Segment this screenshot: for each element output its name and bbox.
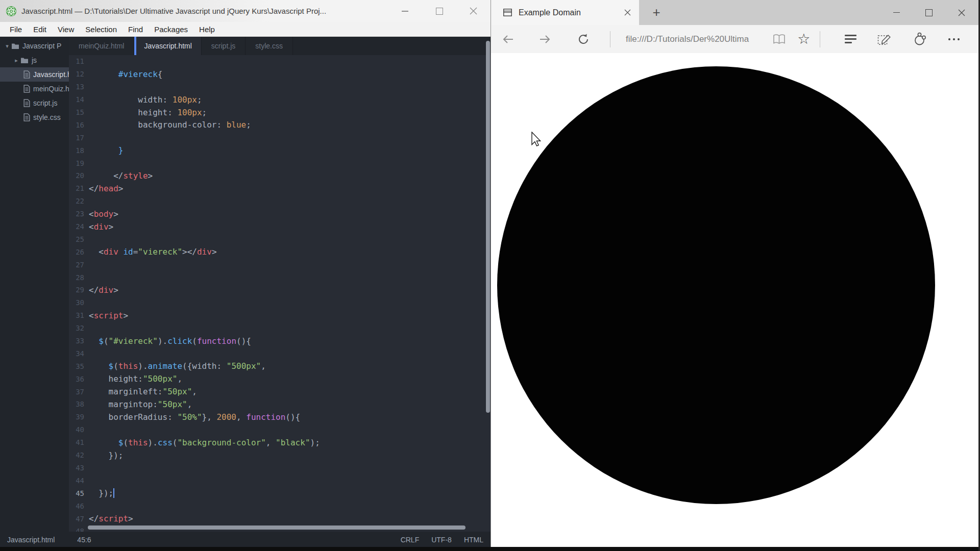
menu-edit[interactable]: Edit — [28, 25, 52, 34]
reading-view-button[interactable] — [772, 34, 786, 45]
code-line-14[interactable]: 14 width: 100px; — [69, 93, 491, 106]
code-line-24[interactable]: 24<div> — [69, 220, 491, 233]
status-utf-8[interactable]: UTF-8 — [431, 536, 452, 544]
code-line-47[interactable]: 47</script> — [69, 512, 491, 525]
minimize-button[interactable] — [388, 0, 422, 22]
tree-item-javascript.html[interactable]: Javascript.html — [0, 67, 69, 82]
more-options-button[interactable] — [948, 38, 960, 40]
code-line-13[interactable]: 13 — [69, 81, 491, 93]
tab-style.css[interactable]: style.css — [246, 37, 293, 55]
code-line-26[interactable]: 26 <div id="viereck"></div> — [69, 245, 491, 258]
tab-javascript.html[interactable]: Javascript.html — [134, 37, 201, 55]
code-line-22[interactable]: 22 — [69, 195, 491, 208]
status-html[interactable]: HTML — [464, 536, 483, 544]
code-line-18[interactable]: 18 } — [69, 144, 491, 157]
tree-item-js[interactable]: ▸js — [0, 53, 69, 67]
new-tab-button[interactable]: + — [646, 0, 667, 25]
code-line-42[interactable]: 42 }); — [69, 449, 491, 462]
horizontal-scrollbar[interactable] — [88, 525, 465, 530]
code-line-37[interactable]: 37 marginleft:"50px", — [69, 385, 491, 398]
code-line-12[interactable]: 12 #viereck{ — [69, 68, 491, 81]
refresh-button[interactable] — [577, 33, 590, 45]
address-bar[interactable]: file:///D:/Tutorials/Der%20Ultima — [626, 34, 749, 44]
code-line-25[interactable]: 25 — [69, 233, 491, 245]
code-line-29[interactable]: 29</div> — [69, 284, 491, 296]
code-line-34[interactable]: 34 — [69, 347, 491, 360]
share-button[interactable] — [913, 32, 926, 46]
code-line-23[interactable]: 23<body> — [69, 208, 491, 220]
close-button[interactable] — [945, 0, 978, 25]
code-text: width: 100px; — [89, 95, 202, 105]
code-line-21[interactable]: 21</head> — [69, 182, 491, 195]
close-button[interactable] — [456, 0, 491, 22]
tree-view: ▾Javascript P▸jsJavascript.htmlmeinQuiz.… — [0, 37, 69, 532]
tab-close-button[interactable] — [624, 9, 631, 16]
line-number: 25 — [69, 235, 84, 243]
menu-find[interactable]: Find — [122, 25, 149, 34]
code-area[interactable]: 1112 #viereck{1314 width: 100px;15 heigh… — [69, 55, 491, 532]
code-line-15[interactable]: 15 height: 100px; — [69, 106, 491, 119]
menu-help[interactable]: Help — [193, 25, 220, 34]
status-crlf[interactable]: CRLF — [401, 536, 420, 544]
code-line-16[interactable]: 16 background-color: blue; — [69, 118, 491, 131]
code-line-43[interactable]: 43 — [69, 462, 491, 474]
code-line-46[interactable]: 46 — [69, 499, 491, 512]
line-number: 22 — [69, 197, 84, 205]
line-number: 24 — [69, 222, 84, 231]
code-line-32[interactable]: 32 — [69, 322, 491, 335]
code-line-27[interactable]: 27 — [69, 258, 491, 271]
code-text: #viereck{ — [89, 69, 163, 79]
menu-file[interactable]: File — [4, 25, 28, 34]
tree-root-project-folder[interactable]: ▾Javascript P — [0, 39, 69, 53]
back-button[interactable] — [502, 34, 513, 44]
hub-button[interactable] — [845, 35, 856, 43]
code-line-39[interactable]: 39 borderRadius: "50%"}, 2000, function(… — [69, 411, 491, 423]
browser-tab-example-domain[interactable]: Example Domain — [491, 0, 639, 25]
tab-meinquiz.html[interactable]: meinQuiz.html — [69, 37, 134, 55]
code-line-17[interactable]: 17 — [69, 131, 491, 144]
menu-packages[interactable]: Packages — [149, 25, 193, 34]
tree-item-style.css[interactable]: style.css — [0, 110, 69, 124]
viereck-circle[interactable] — [497, 66, 935, 504]
code-line-28[interactable]: 28 — [69, 271, 491, 284]
file-icon — [23, 70, 30, 79]
code-line-20[interactable]: 20 </style> — [69, 169, 491, 182]
line-number: 23 — [69, 210, 84, 218]
maximize-button[interactable] — [913, 0, 945, 25]
line-number: 16 — [69, 121, 84, 129]
browser-tab-bar: Example Domain + — [491, 0, 980, 25]
code-line-11[interactable]: 11 — [69, 55, 491, 68]
web-note-button[interactable] — [877, 32, 891, 46]
code-line-35[interactable]: 35 $(this).animate({width: "500px", — [69, 360, 491, 372]
menu-selection[interactable]: Selection — [80, 25, 122, 34]
tab-script.js[interactable]: script.js — [202, 37, 246, 55]
code-line-38[interactable]: 38 margintop:"50px", — [69, 398, 491, 411]
code-line-45[interactable]: 45 }); — [69, 487, 491, 499]
code-line-31[interactable]: 31<script> — [69, 309, 491, 322]
code-line-41[interactable]: 41 $(this).css("background-color", "blac… — [69, 436, 491, 449]
favorites-star-button[interactable]: ☆ — [797, 32, 810, 46]
code-line-36[interactable]: 36 height:"500px", — [69, 372, 491, 385]
line-number: 11 — [69, 57, 84, 65]
code-line-30[interactable]: 30 — [69, 296, 491, 309]
tree-item-script.js[interactable]: script.js — [0, 96, 69, 110]
status-filename[interactable]: Javascript.html — [7, 536, 55, 544]
tree-item-meinquiz.html[interactable]: meinQuiz.html — [0, 82, 69, 96]
atom-titlebar[interactable]: Javascript.html — D:\Tutorials\Der Ultim… — [0, 0, 491, 22]
code-text: height: 100px; — [89, 108, 207, 117]
minimize-button[interactable] — [880, 0, 913, 25]
line-number: 47 — [69, 515, 84, 523]
code-line-44[interactable]: 44 — [69, 474, 491, 487]
status-cursor-position[interactable]: 45:6 — [77, 536, 91, 544]
line-number: 36 — [69, 375, 84, 383]
vertical-scrollbar[interactable] — [486, 41, 490, 413]
code-line-33[interactable]: 33 $("#viereck").click(function(){ — [69, 335, 491, 347]
forward-button[interactable] — [540, 34, 551, 44]
code-line-40[interactable]: 40 — [69, 423, 491, 436]
code-text: </head> — [89, 184, 123, 193]
code-line-19[interactable]: 19 — [69, 157, 491, 169]
line-number: 27 — [69, 261, 84, 269]
maximize-button[interactable] — [422, 0, 456, 22]
menu-view[interactable]: View — [52, 25, 80, 34]
line-number: 38 — [69, 400, 84, 408]
